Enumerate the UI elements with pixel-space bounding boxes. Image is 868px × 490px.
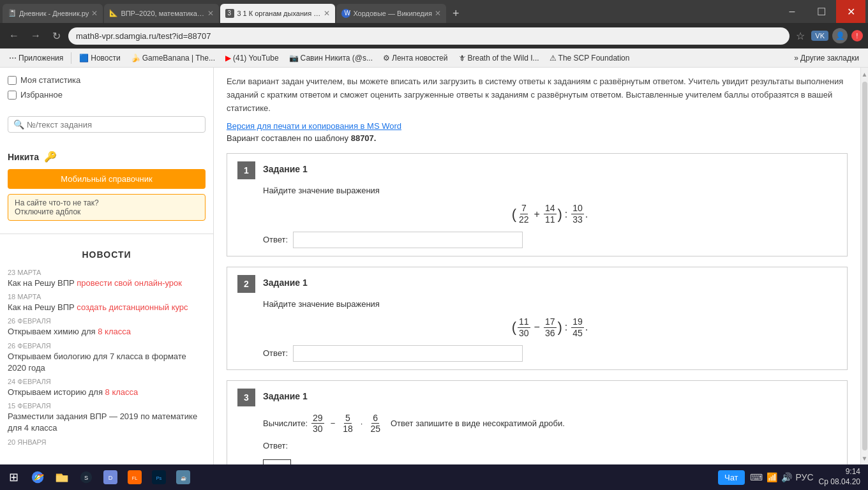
tab-active[interactable]: 3 3 1 К органам дыхания членисто... ✕ <box>220 4 335 23</box>
adblock-line1: На сайте что-то не так? <box>15 198 198 207</box>
svg-text:Ps: Ps <box>156 475 162 481</box>
tab-close-dnevnik[interactable]: ✕ <box>91 9 98 18</box>
vk-icon[interactable]: VK <box>811 31 828 41</box>
bookmark-gamebanana-icon: 🍌 <box>131 54 140 63</box>
bookmark-novosti[interactable]: 🟦 Новости <box>75 52 124 64</box>
new-tab-button[interactable]: + <box>447 4 465 23</box>
news-item-6-text: Разместили задания ВПР — 2019 по математ… <box>8 412 197 433</box>
task-3-answer-label: Ответ: <box>263 441 288 450</box>
reload-button[interactable]: ↻ <box>49 27 64 45</box>
news-item-2-link[interactable]: создать дистанционный курс <box>77 302 188 312</box>
task-3-mult: · <box>361 419 363 428</box>
search-input[interactable] <box>27 120 200 130</box>
sidebar: Моя статистика Избранное 🔍 Никита 🔑 <box>0 68 214 464</box>
tab-vpr[interactable]: 📐 ВПР–2020, математика–8: зада... ✕ <box>104 4 219 23</box>
chat-button[interactable]: Чат <box>718 470 745 485</box>
right-scrollbar[interactable]: ▲ ▼ <box>860 68 868 464</box>
bookmark-youtube-icon: ▶ <box>225 54 231 63</box>
taskbar-app-explorer[interactable] <box>50 466 73 489</box>
bookmark-novosti-icon: 🟦 <box>79 54 89 63</box>
address-bar: ← → ↻ ☆ VK 👤 ! <box>0 23 868 48</box>
tab-close-wiki[interactable]: ✕ <box>435 9 441 18</box>
news-item-5-link[interactable]: 8 класса <box>105 387 138 397</box>
tab-wiki[interactable]: W Хордовые — Википедия ✕ <box>336 4 446 23</box>
taskbar-app-steam[interactable]: S <box>75 466 98 489</box>
close-button[interactable]: ✕ <box>836 0 865 23</box>
tab-dnevnik[interactable]: 📓 Дневник - Дневник.ру ✕ <box>3 4 103 23</box>
task-1-title: Задание 1 <box>263 161 308 174</box>
bookmark-breath-icon: 🗡 <box>458 54 466 63</box>
taskbar-app-fl[interactable]: FL <box>123 466 146 489</box>
task-1-answer-row: Ответ: <box>263 232 837 248</box>
bookmark-breath[interactable]: 🗡 Breath of the Wild I... <box>454 52 543 64</box>
maximize-button[interactable]: ☐ <box>807 0 836 23</box>
scroll-down-arrow[interactable]: ▼ <box>862 452 868 464</box>
taskbar-app-photoshop[interactable]: Ps <box>147 466 170 489</box>
news-date-3: 26 ФЕВРАЛЯ <box>8 317 206 325</box>
scroll-thumb[interactable] <box>862 82 867 450</box>
taskbar-app-discord[interactable]: D <box>99 466 122 489</box>
taskbar-app-chrome[interactable] <box>26 466 49 489</box>
task-2-minus: − <box>534 322 540 333</box>
back-button[interactable]: ← <box>5 27 23 44</box>
tab-close-vpr[interactable]: ✕ <box>207 9 214 18</box>
tab-close-active[interactable]: ✕ <box>324 9 330 18</box>
address-input[interactable] <box>68 27 789 45</box>
task-1-frac3: 10 33 <box>571 203 584 225</box>
bookmark-scp-icon: ⚠ <box>550 54 557 63</box>
bookmark-instagram[interactable]: 📷 Савин Никита (@s... <box>285 52 377 64</box>
task-3-number: 3 <box>237 389 255 406</box>
bookmark-scp[interactable]: ⚠ The SCP Foundation <box>546 52 634 64</box>
forward-button[interactable]: → <box>27 27 45 44</box>
print-link[interactable]: Версия для печати и копирования в MS Wor… <box>227 121 401 131</box>
task-2-math: ( 11 30 − 17 36 ) : 19 <box>263 316 837 339</box>
notification-icon[interactable]: ! <box>851 30 863 41</box>
task-2-body: Найдите значение выражения ( 11 30 − 17 … <box>237 299 837 362</box>
news-item-1-link[interactable]: провести свой онлайн-урок <box>77 278 182 288</box>
news-item-3-link[interactable]: 8 класса <box>98 327 131 336</box>
task-1-header: 1 Задание 1 <box>237 161 837 179</box>
avatar-icon[interactable]: 👤 <box>832 28 848 43</box>
news-item-6: Разместили задания ВПР — 2019 по математ… <box>8 411 206 434</box>
time-display: 9:14 <box>819 467 860 477</box>
news-item-4: Открываем биологию для 7 класса в формат… <box>8 351 206 374</box>
start-button[interactable]: ⊞ <box>3 466 25 488</box>
lang-indicator[interactable]: РУС <box>796 472 814 482</box>
bookmarks-bar: ⋯ Приложения 🟦 Новости 🍌 GameBanana | Th… <box>0 48 868 68</box>
bookmark-instagram-icon: 📷 <box>289 54 299 63</box>
news-date-5: 24 ФЕВРАЛЯ <box>8 378 206 385</box>
system-tray: ⌨ 📶 🔊 РУС <box>750 472 814 482</box>
bookmark-gamebanana-label: GameBanana | The... <box>142 54 215 63</box>
bookmark-star-icon[interactable]: ☆ <box>793 27 807 45</box>
taskbar-app-java[interactable]: ☕ <box>172 466 195 489</box>
taskbar: ⊞ S D <box>0 464 868 490</box>
news-item-2: Как на Решу ВПР создать дистанционный ку… <box>8 302 206 313</box>
news-header: НОВОСТИ <box>8 244 206 265</box>
bookmark-other[interactable]: » Другие закладки <box>790 52 863 64</box>
bookmark-instagram-label: Савин Никита (@s... <box>301 54 373 63</box>
task-2-answer-input[interactable] <box>293 345 523 362</box>
bookmark-apps-label: Приложения <box>19 54 63 63</box>
task-1-answer-input[interactable] <box>293 232 523 248</box>
sidebar-search-section: 🔍 <box>0 107 213 142</box>
task-1-description: Найдите значение выражения <box>263 186 837 195</box>
task-3-numerator-input[interactable] <box>263 459 291 464</box>
bookmark-scp-label: The SCP Foundation <box>558 54 630 63</box>
task-1-number: 1 <box>237 161 255 179</box>
print-link-container: Версия для печати и копирования в MS Wor… <box>227 121 848 131</box>
adblock-notice: На сайте что-то не так? Отключите адблок <box>8 194 206 221</box>
bookmark-apps[interactable]: ⋯ Приложения <box>5 52 67 64</box>
mobile-reference-button[interactable]: Мобильный справочник <box>8 169 206 189</box>
sidebar-user-section: Никита 🔑 Мобильный справочник На сайте ч… <box>0 142 213 228</box>
checkbox-favorites[interactable] <box>8 91 17 100</box>
bookmark-gamebanana[interactable]: 🍌 GameBanana | The... <box>127 52 219 64</box>
task-3-desc-suffix: Ответ запишите в виде несократимой дроби… <box>391 419 565 428</box>
bookmark-lenta[interactable]: ⚙ Лента новостей <box>379 52 452 64</box>
news-date-4: 26 ФЕВРАЛЯ <box>8 342 206 350</box>
info-text: Если вариант задан учителем, вы можете в… <box>227 75 848 115</box>
minimize-button[interactable]: – <box>777 0 807 23</box>
bookmark-youtube[interactable]: ▶ (41) YouTube <box>221 52 283 64</box>
checkbox-my-stats[interactable] <box>8 76 17 85</box>
task-2-frac1: 11 30 <box>518 316 530 339</box>
scroll-up-arrow[interactable]: ▲ <box>862 68 868 80</box>
